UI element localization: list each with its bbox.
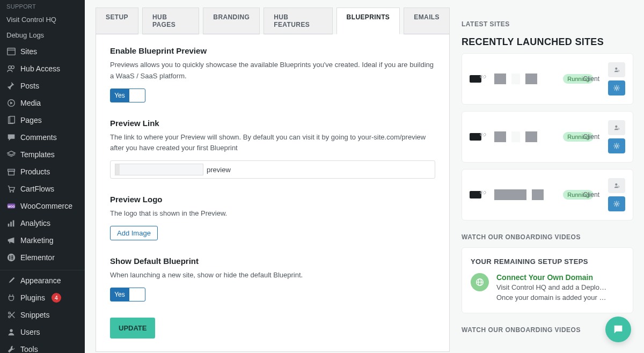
client-label: Client	[583, 133, 599, 141]
section-enable-preview: Enable Blueprint Preview Previews allows…	[110, 46, 435, 102]
tab-blueprints[interactable]: BLUEPRINTS	[336, 8, 400, 34]
site-card[interactable]: Running Client	[462, 169, 633, 220]
preview-link-input[interactable]	[207, 166, 430, 174]
tab-setup[interactable]: SETUP	[96, 8, 138, 34]
site-user-button[interactable]	[608, 120, 625, 135]
client-label: Client	[583, 75, 599, 83]
sidebar-debug-logs[interactable]: Debug Logs	[0, 27, 85, 43]
section-desc: The logo that is shown in the Preview.	[110, 208, 435, 219]
sidebar-item-hub-access[interactable]: Hub Access	[0, 60, 85, 77]
plug-icon	[6, 293, 16, 303]
svg-point-34	[615, 126, 617, 128]
add-image-button[interactable]: Add Image	[110, 226, 158, 240]
users-icon	[6, 64, 16, 73]
update-button[interactable]: UPDATE	[110, 318, 155, 339]
sidebar-item-templates[interactable]: Templates	[0, 146, 85, 163]
enable-preview-toggle[interactable]: Yes	[110, 89, 145, 102]
svg-point-35	[618, 128, 619, 130]
setup-step-domain[interactable]: Connect Your Own Domain Visit Control HQ…	[471, 273, 624, 303]
sidebar-item-comments[interactable]: Comments	[0, 129, 85, 146]
sidebar-item-woocommerce[interactable]: WOOWooCommerce	[0, 197, 85, 215]
section-title: Preview Link	[110, 119, 435, 128]
site-settings-button[interactable]	[608, 80, 625, 95]
sidebar-item-products[interactable]: Products	[0, 163, 85, 180]
section-desc: When launching a new site, show or hide …	[110, 270, 435, 281]
chat-icon	[612, 323, 624, 335]
section-desc: Previews allows you to quickly showcase …	[110, 60, 435, 82]
tab-branding[interactable]: BRANDING	[203, 8, 260, 34]
site-settings-button[interactable]	[608, 138, 625, 153]
default-blueprint-toggle[interactable]: Yes	[110, 288, 145, 301]
preview-link-field[interactable]	[110, 160, 435, 179]
tab-hub-pages[interactable]: HUB PAGES	[142, 8, 199, 34]
support-section-label: SUPPORT	[0, 0, 85, 12]
megaphone-icon	[6, 236, 16, 245]
sidebar-item-marketing[interactable]: Marketing	[0, 232, 85, 249]
svg-point-23	[10, 329, 12, 332]
wp-admin-sidebar: SUPPORT Visit Control HQ Debug Logs Site…	[0, 0, 85, 353]
svg-rect-18	[11, 255, 13, 256]
wrench-icon	[6, 344, 16, 353]
pin-icon	[6, 81, 16, 91]
recently-launched-heading: RECENTLY LAUNCHED SITES	[462, 36, 633, 48]
svg-rect-20	[11, 259, 13, 260]
svg-rect-8	[9, 171, 14, 175]
blueprints-settings-panel: Enable Blueprint Preview Previews allows…	[96, 34, 450, 352]
sidebar-visit-control-hq[interactable]: Visit Control HQ	[0, 12, 85, 27]
section-default-blueprint: Show Default Blueprint When launching a …	[110, 256, 435, 301]
scissors-icon	[6, 310, 16, 320]
sidebar-item-plugins[interactable]: Plugins4	[0, 289, 85, 306]
media-icon	[6, 98, 16, 108]
step-line-1: Visit Control HQ and add a Deplo…	[496, 283, 606, 293]
svg-rect-17	[9, 255, 10, 259]
sidebar-item-pages[interactable]: Pages	[0, 112, 85, 129]
sidebar-item-cartflows[interactable]: CartFlows	[0, 180, 85, 197]
svg-point-37	[615, 183, 617, 186]
analytics-icon	[6, 218, 16, 228]
client-label: Client	[583, 191, 599, 198]
settings-tabs: SETUP HUB PAGES BRANDING HUB FEATURES BL…	[96, 8, 450, 34]
sidebar-item-users[interactable]: Users	[0, 323, 85, 341]
globe-icon	[471, 273, 489, 291]
site-user-button[interactable]	[608, 178, 625, 193]
section-preview-logo: Preview Logo The logo that is shown in t…	[110, 195, 435, 240]
tab-emails[interactable]: EMAILS	[404, 8, 450, 34]
svg-point-22	[9, 316, 11, 318]
step-title: Connect Your Own Domain	[496, 273, 606, 282]
plugins-update-badge: 4	[52, 293, 61, 303]
grid-icon	[6, 47, 16, 56]
sidebar-item-analytics[interactable]: Analytics	[0, 215, 85, 232]
woo-icon: WOO	[6, 201, 16, 211]
tab-hub-features[interactable]: HUB FEATURES	[264, 8, 332, 34]
setup-steps-card: YOUR REMAINING SETUP STEPS Connect Your …	[462, 247, 633, 313]
svg-rect-19	[11, 257, 13, 258]
chat-bubble-button[interactable]	[605, 317, 631, 342]
svg-rect-6	[10, 116, 14, 123]
site-settings-button[interactable]	[608, 196, 625, 211]
brush-icon	[6, 276, 16, 285]
site-user-button[interactable]	[608, 62, 625, 77]
section-title: Preview Logo	[110, 195, 435, 204]
sidebar-item-sites[interactable]: Sites	[0, 43, 85, 60]
svg-point-36	[616, 145, 618, 147]
section-title: Enable Blueprint Preview	[110, 46, 435, 55]
svg-rect-0	[8, 48, 15, 55]
site-card[interactable]: Running Client	[462, 53, 633, 105]
sidebar-item-media[interactable]: Media	[0, 94, 85, 112]
latest-sites-heading: LATEST SITES	[462, 20, 633, 28]
setup-steps-heading: YOUR REMAINING SETUP STEPS	[471, 258, 624, 266]
sidebar-item-appearance[interactable]: Appearance	[0, 272, 85, 289]
svg-point-2	[9, 66, 11, 69]
section-title: Show Default Blueprint	[110, 256, 435, 266]
archive-icon	[6, 167, 16, 176]
svg-rect-15	[13, 220, 14, 227]
sidebar-item-elementor[interactable]: Elementor	[0, 249, 85, 266]
sidebar-item-tools[interactable]: Tools	[0, 341, 85, 353]
page-icon	[6, 115, 16, 125]
sidebar-item-posts[interactable]: Posts	[0, 77, 85, 94]
site-card[interactable]: Running Client	[462, 111, 633, 163]
elementor-icon	[6, 253, 16, 262]
sidebar-item-snippets[interactable]: Snippets	[0, 306, 85, 323]
svg-point-33	[616, 87, 618, 89]
svg-point-32	[618, 70, 619, 72]
